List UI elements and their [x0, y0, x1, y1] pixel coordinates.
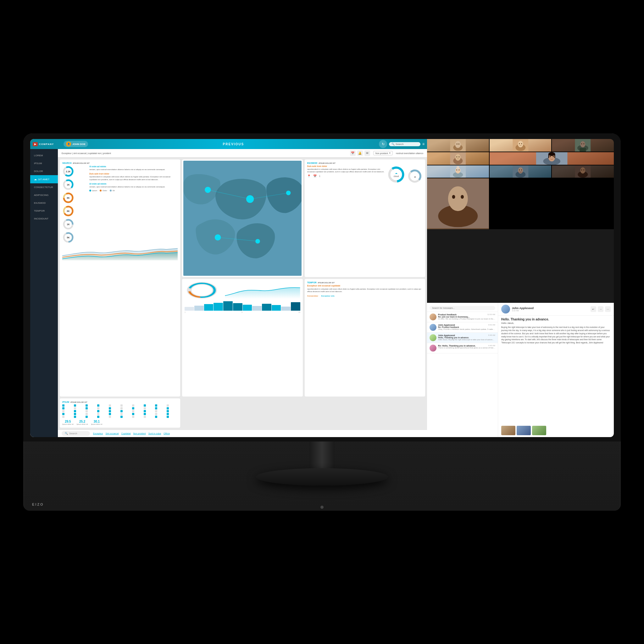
- header-search-box[interactable]: 🔍 Search: [389, 142, 420, 146]
- chat-item-subject-1: Re: Product feedback: [438, 326, 495, 328]
- tempor-link2[interactable]: Excepteur sint.: [321, 295, 335, 297]
- logo-area: ▶ COMPANY: [33, 142, 61, 146]
- chat-item-3[interactable]: Re: Hello, Thanking you in advance. 9:46…: [427, 343, 498, 353]
- svg-point-79: [580, 167, 586, 174]
- sidebar-item-adipiscing[interactable]: ADIPISCING: [30, 191, 58, 199]
- email-actions: ↩ → ⋯: [591, 306, 611, 312]
- dot: [62, 404, 64, 407]
- stat-value-3: 30.1: [91, 420, 103, 423]
- footer-search-text: Search: [69, 432, 77, 435]
- card-section3-text: veniam, quis nostrud exercitation ullamc…: [89, 186, 178, 188]
- dot: [167, 413, 169, 415]
- video-tile-6: [427, 165, 489, 178]
- dot: [62, 413, 64, 415]
- stat-label-3: Ipsum dolor sit: [91, 423, 103, 425]
- ipsum-card: IPSUM Ipsum dolor sit: [60, 398, 180, 428]
- dot: [86, 416, 88, 418]
- sidebar-item-dolor[interactable]: DOLOR: [30, 167, 58, 175]
- tempor-link1[interactable]: Consectetur: [307, 295, 318, 297]
- dot: [120, 404, 123, 407]
- mail-icon[interactable]: ✉: [364, 150, 370, 156]
- email-sender-time: 3:22 AM: [512, 310, 534, 312]
- sidebar-item-consectetur[interactable]: CONSECTETUR: [30, 183, 58, 191]
- footer-link-0[interactable]: Excepteur: [93, 432, 103, 435]
- footer-search[interactable]: 🔍 Search: [62, 431, 90, 436]
- legend-item-ipsum: Ipsum: [89, 190, 97, 192]
- chat-avatar-0: [430, 314, 436, 320]
- eiusmod-card: EIUSMOD Ipsum dolor sit Duis aute irure …: [305, 159, 425, 277]
- email-sender-name: John Appleseed: [512, 307, 534, 310]
- chat-item-0[interactable]: Product feedback 12:03 AM Re: join our t…: [427, 312, 498, 322]
- search-card: SEARCH Ipsum dolor sit: [60, 159, 180, 397]
- dropdown[interactable]: Non proident ▾: [373, 151, 393, 155]
- ring-chart: ☁ cloud: [387, 165, 406, 184]
- svg-rect-64: [548, 154, 549, 158]
- sidebar-item-incididunt[interactable]: INCIDIDUNT: [30, 215, 58, 223]
- dot: [109, 413, 111, 415]
- footer-link-2[interactable]: Cupidatat: [121, 432, 131, 435]
- footer-link-4[interactable]: Sunt in culpa: [148, 432, 161, 435]
- legend-label-3: Sit: [113, 190, 115, 192]
- svg-point-70: [457, 169, 457, 170]
- footer-link-3[interactable]: Non proident: [133, 432, 146, 435]
- sidebar-item-ipsum[interactable]: IPSUM: [30, 159, 58, 167]
- bell-icon[interactable]: 🔔: [357, 150, 363, 156]
- chat-search-area: [427, 303, 498, 312]
- dot: [144, 413, 146, 415]
- map-svg: [183, 161, 301, 276]
- person-svg-6: [427, 165, 489, 178]
- dot: [144, 416, 146, 418]
- chat-search-input[interactable]: [430, 306, 495, 310]
- sidebar-item-lorem[interactable]: LOREM: [30, 152, 58, 159]
- legend-item-dolor: Dolor: [100, 190, 107, 192]
- sidebar-item-tempor[interactable]: TEMPOR: [30, 207, 58, 215]
- dot-matrix: [62, 404, 178, 418]
- search-icon: 🔍: [391, 143, 395, 146]
- calendar-icon[interactable]: 📅: [350, 150, 356, 156]
- monitor-center-button[interactable]: [320, 506, 324, 509]
- svg-text:☁: ☁: [395, 172, 397, 175]
- dot: [74, 416, 76, 418]
- dot: [120, 407, 123, 409]
- sidebar-item-eiusmod[interactable]: EIUSMOD: [30, 199, 58, 207]
- chat-item-body-1: John Appleseed 9:53 AM Re: Product feedb…: [438, 324, 495, 330]
- sidebar-label: IPSUM: [34, 162, 42, 165]
- svg-point-61: [550, 156, 551, 157]
- dot: [97, 413, 99, 415]
- tempor-section-text: reprehenderit in voluptate velit esse ci…: [307, 288, 423, 293]
- stat-label-1: Ipsum dolor sit: [62, 423, 74, 425]
- dot: [167, 410, 169, 412]
- dashboard-footer: 🔍 Search Excepteur Sint occaecat Cupidat…: [58, 430, 427, 437]
- dot: [144, 404, 146, 407]
- chat-item-1[interactable]: John Appleseed 9:53 AM Re: Product feedb…: [427, 322, 498, 333]
- eiusmod-section-title: Duis aute irure dolor: [307, 165, 385, 167]
- sidebar-label: DOLOR: [34, 170, 43, 173]
- screen: ▶ COMPANY 👤 JOHN DOE PREVIOUS ↻ 🔍 Search…: [30, 139, 614, 437]
- tempor-card: TEMPOR Ipsum dolor sit Excepteur sint oc…: [305, 279, 425, 397]
- chat-avatar-3: [430, 345, 436, 352]
- chat-item-subject-0: Re: join our team in Dummway...: [438, 316, 495, 318]
- user-badge[interactable]: 👤 JOHN DOE: [64, 141, 88, 147]
- footer-link-5[interactable]: Officia: [164, 432, 170, 435]
- email-sender-info: John Appleseed 3:22 AM: [512, 307, 534, 312]
- chat-item-time-1: 9:53 AM: [488, 324, 495, 326]
- sidebar-item-sitamet[interactable]: ☁ SIT AMET: [30, 175, 58, 183]
- menu-icon[interactable]: ≡: [422, 142, 425, 146]
- bar-label-start: 1: [185, 311, 186, 313]
- screen-left: ▶ COMPANY 👤 JOHN DOE PREVIOUS ↻ 🔍 Search…: [30, 139, 427, 437]
- footer-link-1[interactable]: Sint occaecat: [106, 432, 119, 435]
- ring-chart-2: ☁: [407, 168, 423, 184]
- donut-chart-5: 1K: [62, 218, 74, 230]
- chat-item-preview-1: Okay, Provide a folddown lands patitur. …: [438, 328, 495, 330]
- email-forward-btn[interactable]: →: [598, 306, 603, 312]
- dot: [120, 410, 123, 412]
- email-more-btn[interactable]: ⋯: [605, 306, 611, 312]
- chat-item-2[interactable]: John Appleseed 8:48 AM Hello, Thanking y…: [427, 333, 498, 343]
- dot: [167, 407, 169, 409]
- email-reply-btn[interactable]: ↩: [591, 306, 596, 312]
- stat-2: 25.2 Ipsum dolor sit: [77, 420, 88, 425]
- refresh-icon[interactable]: ↻: [379, 140, 387, 148]
- email-sender-avatar: [501, 305, 510, 314]
- bar-label-mid: 5: [241, 311, 242, 313]
- card-section3-title: Ut enim ad minim: [89, 183, 178, 185]
